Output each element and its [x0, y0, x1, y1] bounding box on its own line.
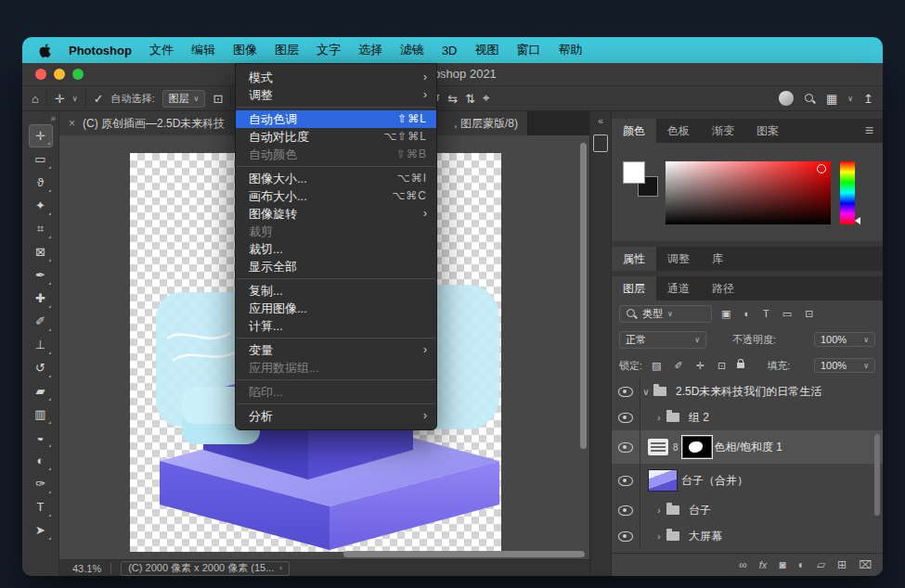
chevron-down-icon[interactable]: ∨ [72, 95, 78, 103]
tool-rectangular-marquee[interactable]: ▭ [29, 147, 53, 171]
lock-position-icon[interactable]: ✛ [692, 360, 708, 372]
window-titlebar[interactable]: Photoshop 2021 [22, 63, 883, 86]
menu-item-image-size[interactable]: 图像大小... ⌥⌘I [236, 170, 436, 187]
layer-row-platform-merged[interactable]: 台子（合并） [612, 464, 883, 497]
layer-row-group-2[interactable]: › 组 2 [612, 404, 883, 430]
tool-eyedropper[interactable]: ✒ [29, 263, 53, 287]
filter-pixel-layers-icon[interactable]: ▣ [718, 308, 734, 320]
hue-slider-marker[interactable] [855, 217, 860, 224]
menu-item-canvas-size[interactable]: 画布大小... ⌥⌘C [236, 187, 436, 205]
group-expand-arrow[interactable]: › [653, 505, 665, 516]
vertical-scrollbar[interactable] [580, 143, 587, 449]
tool-brush[interactable]: ✐ [29, 310, 53, 333]
apple-menu-icon[interactable] [39, 44, 51, 58]
workspace-layout-icon[interactable]: ▦ [826, 92, 837, 106]
group-expand-arrow[interactable]: › [653, 531, 665, 542]
3d-scale-icon[interactable]: ⌖ [483, 91, 489, 106]
tool-move[interactable]: ✛ [29, 124, 53, 147]
layer-row-hue-saturation[interactable]: 8 色相/饱和度 1 [612, 430, 883, 464]
foreground-color-swatch[interactable] [623, 161, 645, 184]
menu-item-analysis[interactable]: 分析 › [236, 407, 436, 425]
panel-tab-layers[interactable]: 图层 [612, 276, 656, 300]
menubar-app-name[interactable]: Photoshop [69, 44, 132, 58]
mask-link-icon[interactable]: 8 [673, 442, 679, 453]
document-info[interactable]: (C) 2000 像素 x 2000 像素 (15... › [121, 561, 290, 576]
lock-all-icon[interactable] [737, 363, 744, 368]
chevron-down-icon[interactable]: ∨ [847, 95, 853, 103]
transform-controls-icon[interactable]: ⊡ [213, 92, 223, 106]
opacity-select[interactable]: 100% ∨ [814, 332, 875, 347]
tool-crop[interactable]: ⌗ [29, 217, 53, 240]
new-layer-icon[interactable]: ⊞ [837, 558, 847, 571]
menu-item-duplicate[interactable]: 复制... [236, 282, 436, 300]
lock-transparency-icon[interactable]: ▨ [648, 360, 665, 372]
layer-row-root-group[interactable]: ∨ 2.5D未来科技我们的日常生活 [612, 378, 883, 404]
home-icon[interactable]: ⌂ [32, 92, 39, 106]
menu-item-trim[interactable]: 裁切... [236, 240, 436, 258]
menubar-item-view[interactable]: 视图 [475, 42, 499, 58]
layer-effects-icon[interactable]: fx [759, 559, 768, 570]
layer-visibility-toggle[interactable] [612, 378, 640, 404]
share-icon[interactable]: ↥ [863, 92, 873, 106]
tool-gradient[interactable]: ▥ [29, 403, 53, 426]
zoom-level[interactable]: 43.1% [72, 563, 101, 574]
tool-frame[interactable]: ⊠ [29, 240, 53, 263]
saturation-picker[interactable] [666, 161, 831, 224]
layer-visibility-toggle[interactable] [612, 497, 640, 523]
panel-tab-libraries[interactable]: 库 [701, 247, 734, 271]
search-icon[interactable] [804, 93, 816, 105]
lock-artboard-icon[interactable]: ⊡ [714, 360, 730, 372]
layer-thumbnail[interactable] [648, 469, 678, 492]
layer-name[interactable]: 组 2 [689, 410, 709, 426]
menu-item-reveal-all[interactable]: 显示全部 [236, 258, 436, 275]
panel-menu-icon[interactable]: ≡ [865, 119, 873, 143]
layer-visibility-toggle[interactable] [612, 404, 640, 430]
menubar-item-image[interactable]: 图像 [233, 42, 257, 58]
filter-smart-objects-icon[interactable]: ⊡ [801, 308, 817, 320]
auto-select-checkbox[interactable]: ✓ [94, 92, 104, 106]
tool-lasso[interactable]: ϑ [29, 171, 53, 194]
menubar-item-3d[interactable]: 3D [442, 44, 458, 58]
menubar-item-select[interactable]: 选择 [358, 42, 382, 58]
panel-tab-adjustments[interactable]: 调整 [656, 247, 701, 271]
menu-item-mode[interactable]: 模式 › [236, 69, 436, 86]
layer-filter-dropdown[interactable]: 类型 ∨ [619, 305, 712, 323]
account-avatar[interactable] [779, 91, 794, 106]
layers-scrollbar[interactable] [874, 434, 880, 516]
tool-eraser[interactable]: ▰ [29, 379, 53, 403]
layer-mask-thumbnail[interactable] [683, 437, 711, 457]
menubar-item-window[interactable]: 窗口 [517, 42, 541, 58]
panel-tab-color[interactable]: 颜色 [612, 119, 656, 143]
layer-visibility-toggle[interactable] [612, 430, 640, 464]
collapsed-panel-icon[interactable] [593, 134, 608, 152]
layer-visibility-toggle[interactable] [612, 464, 640, 497]
3d-slide-icon[interactable]: ⇅ [465, 92, 475, 106]
delete-layer-icon[interactable]: ⌧ [859, 558, 872, 571]
layer-row-big-screen-group[interactable]: › 大屏幕 [612, 523, 883, 549]
layer-row-platform-group[interactable]: › 台子 [612, 497, 883, 523]
menubar-item-edit[interactable]: 编辑 [191, 42, 215, 58]
tool-blur[interactable]: ◒ [29, 426, 53, 449]
panel-tab-patterns[interactable]: 图案 [745, 119, 790, 143]
auto-select-dropdown[interactable]: 图层 ∨ [162, 90, 206, 108]
menu-item-adjustments[interactable]: 调整 › [236, 86, 436, 104]
filter-adjustment-layers-icon[interactable]: ◐ [740, 308, 754, 319]
blend-mode-select[interactable]: 正常 ∨ [619, 331, 706, 349]
tool-dodge[interactable]: ◐ [29, 449, 53, 472]
collapse-tools-icon[interactable]: » [50, 113, 56, 124]
color-picker-marker[interactable] [817, 164, 826, 173]
menubar-item-layer[interactable]: 图层 [275, 42, 299, 58]
layer-name[interactable]: 台子 [689, 503, 711, 518]
menu-item-image-rotation[interactable]: 图像旋转 › [236, 205, 436, 223]
filter-shape-layers-icon[interactable]: ▭ [779, 308, 795, 320]
close-tab-icon[interactable]: × [69, 117, 75, 130]
menu-item-variables[interactable]: 变量 › [236, 341, 436, 359]
layer-name[interactable]: 2.5D未来科技我们的日常生活 [676, 384, 821, 400]
menu-item-auto-tone[interactable]: 自动色调 ⇧⌘L [236, 110, 436, 128]
menu-item-calculations[interactable]: 计算... [236, 317, 436, 335]
tool-healing-brush[interactable]: ✚ [29, 287, 53, 310]
panel-tab-swatches[interactable]: 色板 [656, 119, 701, 143]
3d-pan-icon[interactable]: ⇆ [447, 92, 458, 106]
menu-item-auto-contrast[interactable]: 自动对比度 ⌥⇧⌘L [236, 128, 436, 146]
horizontal-scrollbar[interactable] [343, 551, 585, 557]
